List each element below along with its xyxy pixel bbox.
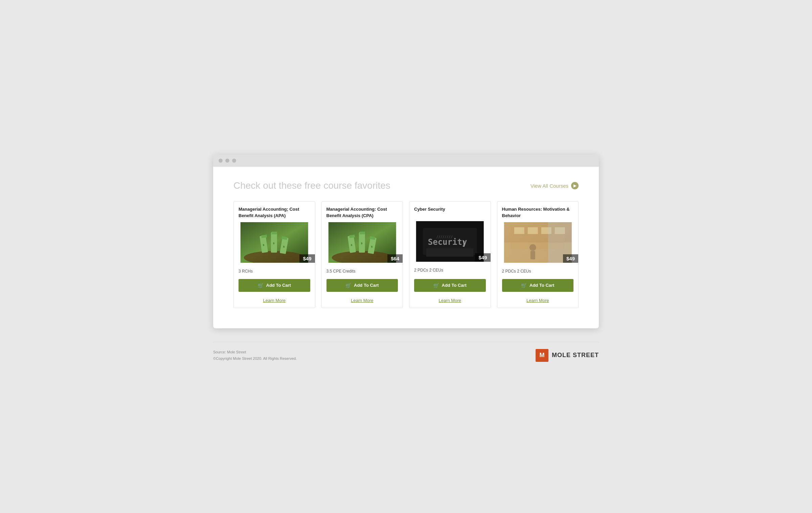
svg-rect-32 bbox=[527, 227, 538, 234]
add-to-cart-button-2[interactable]: 🛒 Add To Cart bbox=[326, 279, 398, 292]
page-footer: Source: Mole Street ©Copyright Mole Stre… bbox=[213, 342, 599, 372]
course-title-3: Cyber Security bbox=[409, 202, 491, 221]
view-all-circle-icon: ▶ bbox=[571, 182, 579, 189]
course-image-wrap-3: Security //////// $49 bbox=[409, 221, 491, 262]
course-card-1: Managerial Accounting; Cost Benefit Anal… bbox=[233, 201, 315, 308]
svg-text:////////: //////// bbox=[436, 235, 453, 239]
section-header: Check out these free course favorites Vi… bbox=[233, 180, 579, 191]
add-to-cart-button-1[interactable]: 🛒 Add To Cart bbox=[239, 279, 310, 292]
course-card-2: Managerial Accounting: Cost Benefit Anal… bbox=[321, 201, 403, 308]
mole-street-logo: M bbox=[536, 349, 548, 362]
browser-dot-2 bbox=[225, 159, 229, 163]
add-to-cart-label-2: Add To Cart bbox=[354, 283, 379, 288]
svg-rect-37 bbox=[530, 251, 535, 259]
view-all-label: View All Courses bbox=[531, 183, 568, 189]
learn-more-link-4[interactable]: Learn More bbox=[497, 295, 579, 308]
add-to-cart-label-4: Add To Cart bbox=[529, 283, 554, 288]
course-credits-3: 2 PDCs 2 CEUs bbox=[409, 262, 491, 277]
svg-rect-16 bbox=[359, 232, 365, 234]
svg-text:$: $ bbox=[371, 245, 373, 248]
course-title-4: Human Resources: Motivation & Behavior bbox=[497, 202, 579, 222]
course-credits-2: 3.5 CPE Credits bbox=[322, 263, 403, 277]
course-price-badge-4: $49 bbox=[563, 254, 578, 263]
add-to-cart-label-1: Add To Cart bbox=[266, 283, 291, 288]
course-title-2: Managerial Accounting: Cost Benefit Anal… bbox=[322, 202, 403, 222]
course-credits-4: 2 PDCs 2 CEUs bbox=[497, 263, 579, 277]
course-price-badge-1: $49 bbox=[299, 254, 315, 263]
browser-dot-3 bbox=[232, 159, 236, 163]
browser-dot-1 bbox=[219, 159, 223, 163]
course-price-badge-2: $64 bbox=[387, 254, 403, 263]
courses-grid: Managerial Accounting; Cost Benefit Anal… bbox=[233, 201, 579, 308]
svg-rect-24 bbox=[426, 248, 474, 257]
section-title: Check out these free course favorites bbox=[233, 180, 390, 191]
cart-icon-2: 🛒 bbox=[345, 283, 351, 288]
course-title-1: Managerial Accounting; Cost Benefit Anal… bbox=[234, 202, 315, 222]
footer-brand: M MOLE STREET bbox=[536, 349, 599, 362]
brand-initial: M bbox=[539, 352, 544, 359]
course-image-wrap-2: $ $ $ $64 bbox=[322, 222, 403, 263]
course-card-4: Human Resources: Motivation & Behavior bbox=[497, 201, 579, 308]
browser-window: Check out these free course favorites Vi… bbox=[213, 155, 599, 328]
course-image-wrap-4: $49 bbox=[497, 222, 579, 263]
svg-text:Security: Security bbox=[428, 237, 467, 247]
browser-chrome bbox=[213, 155, 599, 167]
course-credits-1: 3 RCHs bbox=[234, 263, 315, 277]
svg-text:$: $ bbox=[283, 245, 285, 248]
svg-rect-31 bbox=[514, 227, 524, 234]
footer-source: Source: Mole Street bbox=[213, 349, 297, 355]
cart-icon-1: 🛒 bbox=[258, 283, 264, 288]
learn-more-link-3[interactable]: Learn More bbox=[409, 295, 491, 308]
footer-text-block: Source: Mole Street ©Copyright Mole Stre… bbox=[213, 349, 297, 362]
svg-rect-27 bbox=[464, 241, 465, 247]
learn-more-link-1[interactable]: Learn More bbox=[234, 295, 315, 308]
course-price-badge-3: $49 bbox=[475, 253, 490, 262]
add-to-cart-label-3: Add To Cart bbox=[442, 283, 467, 288]
add-to-cart-button-3[interactable]: 🛒 Add To Cart bbox=[414, 279, 486, 292]
brand-name: MOLE STREET bbox=[552, 352, 599, 359]
course-image-wrap-1: $ $ $ $49 bbox=[234, 222, 315, 263]
svg-text:$: $ bbox=[361, 242, 362, 245]
cart-icon-4: 🛒 bbox=[521, 283, 527, 288]
svg-text:$: $ bbox=[263, 243, 265, 247]
footer-copyright: ©Copyright Mole Street 2020. All Rights … bbox=[213, 355, 297, 362]
learn-more-link-2[interactable]: Learn More bbox=[322, 295, 403, 308]
browser-content: Check out these free course favorites Vi… bbox=[213, 167, 599, 328]
svg-point-36 bbox=[529, 244, 536, 251]
add-to-cart-button-4[interactable]: 🛒 Add To Cart bbox=[502, 279, 574, 292]
svg-text:$: $ bbox=[273, 242, 275, 245]
svg-rect-5 bbox=[272, 232, 277, 234]
course-card-3: Cyber Security Security //////// $49 2 P… bbox=[409, 201, 491, 308]
view-all-courses-link[interactable]: View All Courses ▶ bbox=[531, 182, 579, 189]
cart-icon-3: 🛒 bbox=[433, 283, 439, 288]
svg-text:$: $ bbox=[351, 243, 352, 247]
